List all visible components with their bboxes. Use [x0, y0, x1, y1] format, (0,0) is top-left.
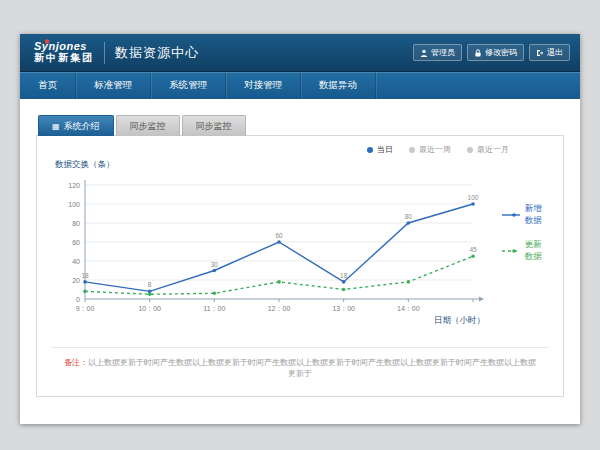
user-icon	[420, 49, 428, 57]
svg-text:8: 8	[148, 281, 152, 288]
main-nav: 首页 标准管理 系统管理 对接管理 数据异动	[20, 72, 580, 99]
svg-text:0: 0	[76, 296, 80, 303]
footnote-label: 备注：	[64, 358, 88, 367]
tab-strip: ▦ 系统介绍 同步监控 同步监控	[36, 115, 564, 136]
svg-text:9：00: 9：00	[76, 305, 95, 312]
svg-text:80: 80	[72, 220, 80, 227]
filter-last-month-dot-icon	[467, 147, 473, 153]
tab-sync-monitor-1[interactable]: 同步监控	[116, 115, 180, 136]
nav-item-integration[interactable]: 对接管理	[226, 72, 301, 99]
footnote: 备注：以上数据更新于时间产生数据以上数据更新于时间产生数据以上数据更新于时间产生…	[51, 347, 549, 381]
page-title: 数据资源中心	[115, 44, 199, 62]
legend-new-data-label: 新增数据	[525, 203, 549, 227]
desktop-background: ✱ Synjones 新中新集团 数据资源中心 管理员 修改密码	[0, 0, 600, 450]
legend-line-dashed-icon	[501, 247, 520, 255]
svg-text:100: 100	[68, 201, 80, 208]
grid-icon: ▦	[52, 123, 60, 131]
y-axis-title: 数据交换（条）	[55, 159, 487, 171]
admin-user-label: 管理员	[431, 47, 455, 58]
header-actions: 管理员 修改密码 退出	[413, 44, 570, 61]
nav-item-home[interactable]: 首页	[20, 72, 76, 99]
svg-text:20: 20	[72, 277, 80, 284]
svg-text:120: 120	[68, 182, 80, 189]
tab-sync-monitor-2[interactable]: 同步监控	[182, 115, 246, 136]
filter-today-label: 当日	[377, 144, 393, 155]
logo-text-cn: 新中新集团	[34, 53, 94, 64]
svg-text:14：00: 14：00	[397, 305, 420, 312]
svg-text:45: 45	[469, 246, 477, 253]
logout-button[interactable]: 退出	[529, 44, 570, 61]
filter-last-week-dot-icon	[409, 147, 415, 153]
filter-last-week[interactable]: 最近一周	[409, 144, 451, 155]
header-divider	[104, 42, 105, 64]
chart-area: 数据交换（条） 0204060801001209：0010：0011：0012：…	[51, 157, 549, 327]
nav-item-standards[interactable]: 标准管理	[76, 72, 151, 99]
svg-text:12：00: 12：00	[268, 305, 291, 312]
app-window: ✱ Synjones 新中新集团 数据资源中心 管理员 修改密码	[20, 34, 580, 424]
svg-text:60: 60	[275, 232, 283, 239]
nav-item-system[interactable]: 系统管理	[151, 72, 226, 99]
main-content: ▦ 系统介绍 同步监控 同步监控 当日	[20, 99, 580, 424]
logout-icon	[536, 49, 544, 57]
logo-star-icon: ✱	[44, 38, 50, 45]
filter-last-week-label: 最近一周	[419, 144, 451, 155]
tab-sync-monitor-2-label: 同步监控	[196, 120, 232, 133]
app-header: ✱ Synjones 新中新集团 数据资源中心 管理员 修改密码	[20, 34, 580, 72]
legend-item-new-data[interactable]: 新增数据	[501, 203, 549, 227]
change-password-button[interactable]: 修改密码	[467, 44, 524, 61]
footnote-text: 以上数据更新于时间产生数据以上数据更新于时间产生数据以上数据更新于时间产生数据以…	[88, 358, 536, 378]
svg-text:11：00: 11：00	[203, 305, 225, 312]
legend-line-solid-icon	[501, 211, 520, 219]
admin-user-button[interactable]: 管理员	[413, 44, 462, 61]
tab-sync-monitor-1-label: 同步监控	[130, 120, 166, 133]
line-chart: 0204060801001209：0010：0011：0012：0013：001…	[51, 171, 487, 323]
svg-text:18: 18	[81, 272, 89, 279]
company-logo: ✱ Synjones 新中新集团	[30, 41, 94, 63]
svg-text:60: 60	[72, 239, 80, 246]
change-password-label: 修改密码	[485, 47, 517, 58]
svg-text:18: 18	[340, 272, 348, 279]
svg-text:80: 80	[405, 213, 413, 220]
svg-text:100: 100	[468, 194, 479, 201]
svg-text:30: 30	[211, 261, 219, 268]
svg-text:40: 40	[72, 258, 80, 265]
lock-icon	[474, 49, 482, 57]
tab-system-intro-label: 系统介绍	[64, 120, 100, 133]
svg-text:13：00: 13：00	[332, 305, 355, 312]
legend-item-updated-data[interactable]: 更新数据	[501, 239, 549, 263]
nav-item-data-changes[interactable]: 数据异动	[301, 72, 376, 99]
filter-today[interactable]: 当日	[367, 144, 393, 155]
logout-label: 退出	[547, 47, 563, 58]
tab-system-intro[interactable]: ▦ 系统介绍	[38, 115, 114, 136]
svg-text:10：00: 10：00	[138, 305, 161, 312]
filter-today-dot-icon	[367, 147, 373, 153]
chart-legend: 新增数据 更新数据	[487, 139, 549, 327]
chart-panel: 当日 最近一周 最近一月 数据交换（条） 0204060801001209：00…	[36, 135, 564, 397]
range-filters: 当日 最近一周 最近一月	[51, 144, 549, 155]
legend-updated-data-label: 更新数据	[525, 239, 549, 263]
chart-column: 数据交换（条） 0204060801001209：0010：0011：0012：…	[51, 157, 487, 327]
